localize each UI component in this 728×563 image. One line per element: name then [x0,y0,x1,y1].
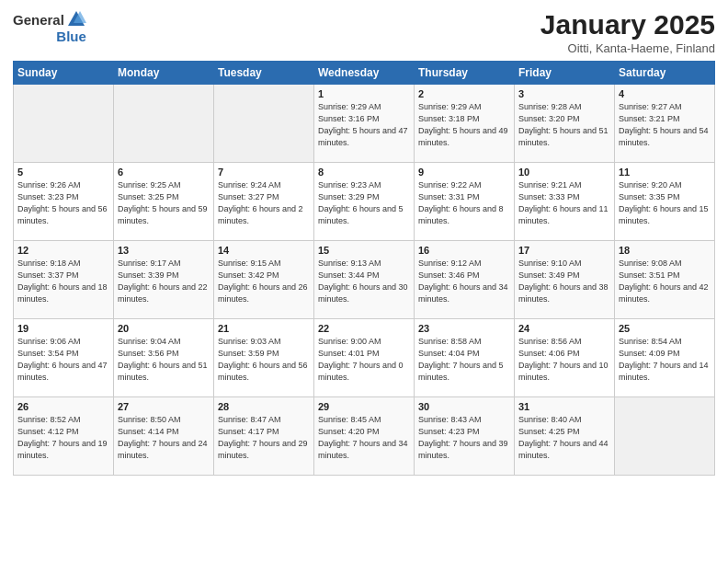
day-number: 30 [418,401,510,412]
calendar-cell: 12Sunrise: 9:18 AM Sunset: 3:37 PM Dayli… [14,241,114,319]
calendar-week-2: 5Sunrise: 9:26 AM Sunset: 3:23 PM Daylig… [14,163,715,241]
day-number: 24 [518,323,610,334]
day-number: 28 [218,401,310,412]
calendar-cell: 17Sunrise: 9:10 AM Sunset: 3:49 PM Dayli… [515,241,615,319]
day-info: Sunrise: 9:12 AM Sunset: 3:46 PM Dayligh… [418,258,510,305]
day-info: Sunrise: 9:13 AM Sunset: 3:44 PM Dayligh… [318,258,410,305]
header-wednesday: Wednesday [314,62,415,85]
calendar-cell: 24Sunrise: 8:56 AM Sunset: 4:06 PM Dayli… [515,319,615,397]
logo-general: General [13,13,64,27]
header-friday: Friday [515,62,615,85]
day-number: 21 [218,323,310,334]
day-number: 11 [619,167,711,178]
day-number: 25 [619,323,711,334]
calendar-cell: 18Sunrise: 9:08 AM Sunset: 3:51 PM Dayli… [615,241,715,319]
day-info: Sunrise: 9:17 AM Sunset: 3:39 PM Dayligh… [118,258,210,305]
weekday-header-row: Sunday Monday Tuesday Wednesday Thursday… [14,62,715,85]
logo: General Blue [13,9,86,43]
calendar-cell: 3Sunrise: 9:28 AM Sunset: 3:20 PM Daylig… [515,85,615,163]
header-thursday: Thursday [415,62,515,85]
calendar-cell: 1Sunrise: 9:29 AM Sunset: 3:16 PM Daylig… [314,85,415,163]
calendar-cell: 15Sunrise: 9:13 AM Sunset: 3:44 PM Dayli… [314,241,415,319]
day-number: 16 [418,245,510,256]
day-number: 5 [17,167,109,178]
day-number: 31 [518,401,610,412]
calendar-cell: 21Sunrise: 9:03 AM Sunset: 3:59 PM Dayli… [214,319,314,397]
day-info: Sunrise: 9:04 AM Sunset: 3:56 PM Dayligh… [118,336,210,384]
calendar-cell: 4Sunrise: 9:27 AM Sunset: 3:21 PM Daylig… [615,85,715,163]
day-number: 6 [118,167,210,178]
calendar-subtitle: Oitti, Kanta-Haeme, Finland [540,41,715,55]
day-info: Sunrise: 8:40 AM Sunset: 4:25 PM Dayligh… [518,414,610,462]
day-info: Sunrise: 9:18 AM Sunset: 3:37 PM Dayligh… [17,258,109,305]
calendar-cell: 20Sunrise: 9:04 AM Sunset: 3:56 PM Dayli… [114,319,214,397]
day-info: Sunrise: 8:54 AM Sunset: 4:09 PM Dayligh… [619,336,711,384]
day-number: 27 [118,401,210,412]
day-number: 8 [318,167,410,178]
day-info: Sunrise: 9:27 AM Sunset: 3:21 PM Dayligh… [619,101,711,149]
day-info: Sunrise: 9:22 AM Sunset: 3:31 PM Dayligh… [418,179,510,227]
title-area: January 2025 Oitti, Kanta-Haeme, Finland [540,9,715,55]
calendar-cell: 5Sunrise: 9:26 AM Sunset: 3:23 PM Daylig… [14,163,114,241]
logo-blue: Blue [56,29,86,43]
day-info: Sunrise: 9:29 AM Sunset: 3:18 PM Dayligh… [418,101,510,149]
calendar-cell: 2Sunrise: 9:29 AM Sunset: 3:18 PM Daylig… [415,85,515,163]
day-number: 9 [418,167,510,178]
calendar-cell: 6Sunrise: 9:25 AM Sunset: 3:25 PM Daylig… [114,163,214,241]
day-info: Sunrise: 9:24 AM Sunset: 3:27 PM Dayligh… [218,179,310,227]
calendar-cell [114,85,214,163]
day-number: 26 [17,401,109,412]
day-info: Sunrise: 8:58 AM Sunset: 4:04 PM Dayligh… [418,336,510,384]
calendar-cell: 9Sunrise: 9:22 AM Sunset: 3:31 PM Daylig… [415,163,515,241]
calendar-title: January 2025 [540,9,715,40]
calendar-cell: 28Sunrise: 8:47 AM Sunset: 4:17 PM Dayli… [214,397,314,476]
calendar-cell: 13Sunrise: 9:17 AM Sunset: 3:39 PM Dayli… [114,241,214,319]
day-number: 29 [318,401,410,412]
day-info: Sunrise: 9:08 AM Sunset: 3:51 PM Dayligh… [619,258,711,305]
day-number: 3 [518,88,610,99]
calendar-cell: 31Sunrise: 8:40 AM Sunset: 4:25 PM Dayli… [515,397,615,476]
calendar-cell: 7Sunrise: 9:24 AM Sunset: 3:27 PM Daylig… [214,163,314,241]
calendar-cell: 11Sunrise: 9:20 AM Sunset: 3:35 PM Dayli… [615,163,715,241]
calendar-cell: 29Sunrise: 8:45 AM Sunset: 4:20 PM Dayli… [314,397,415,476]
day-info: Sunrise: 9:00 AM Sunset: 4:01 PM Dayligh… [318,336,410,384]
calendar-table: Sunday Monday Tuesday Wednesday Thursday… [13,61,715,476]
calendar-cell: 10Sunrise: 9:21 AM Sunset: 3:33 PM Dayli… [515,163,615,241]
calendar-week-1: 1Sunrise: 9:29 AM Sunset: 3:16 PM Daylig… [14,85,715,163]
day-info: Sunrise: 8:52 AM Sunset: 4:12 PM Dayligh… [17,414,109,462]
day-info: Sunrise: 8:47 AM Sunset: 4:17 PM Dayligh… [218,414,310,462]
day-number: 10 [518,167,610,178]
calendar-cell: 16Sunrise: 9:12 AM Sunset: 3:46 PM Dayli… [415,241,515,319]
day-info: Sunrise: 9:23 AM Sunset: 3:29 PM Dayligh… [318,179,410,227]
day-info: Sunrise: 9:06 AM Sunset: 3:54 PM Dayligh… [17,336,109,384]
logo-icon [66,9,86,29]
day-info: Sunrise: 8:43 AM Sunset: 4:23 PM Dayligh… [418,414,510,462]
day-number: 19 [17,323,109,334]
day-number: 12 [17,245,109,256]
calendar-cell: 25Sunrise: 8:54 AM Sunset: 4:09 PM Dayli… [615,319,715,397]
calendar-week-4: 19Sunrise: 9:06 AM Sunset: 3:54 PM Dayli… [14,319,715,397]
page: General Blue January 2025 Oitti, Kanta-H… [0,0,728,563]
calendar-week-3: 12Sunrise: 9:18 AM Sunset: 3:37 PM Dayli… [14,241,715,319]
day-info: Sunrise: 9:25 AM Sunset: 3:25 PM Dayligh… [118,179,210,227]
calendar-cell: 19Sunrise: 9:06 AM Sunset: 3:54 PM Dayli… [14,319,114,397]
header: General Blue January 2025 Oitti, Kanta-H… [13,9,715,55]
day-number: 13 [118,245,210,256]
day-info: Sunrise: 9:20 AM Sunset: 3:35 PM Dayligh… [619,179,711,227]
calendar-cell: 26Sunrise: 8:52 AM Sunset: 4:12 PM Dayli… [14,397,114,476]
day-info: Sunrise: 9:21 AM Sunset: 3:33 PM Dayligh… [518,179,610,227]
day-number: 14 [218,245,310,256]
day-info: Sunrise: 9:10 AM Sunset: 3:49 PM Dayligh… [518,258,610,305]
day-number: 15 [318,245,410,256]
day-info: Sunrise: 9:26 AM Sunset: 3:23 PM Dayligh… [17,179,109,227]
calendar-cell: 27Sunrise: 8:50 AM Sunset: 4:14 PM Dayli… [114,397,214,476]
calendar-cell [14,85,114,163]
calendar-cell: 23Sunrise: 8:58 AM Sunset: 4:04 PM Dayli… [415,319,515,397]
day-info: Sunrise: 8:45 AM Sunset: 4:20 PM Dayligh… [318,414,410,462]
day-number: 4 [619,88,711,99]
day-info: Sunrise: 9:03 AM Sunset: 3:59 PM Dayligh… [218,336,310,384]
calendar-cell [615,397,715,476]
header-monday: Monday [114,62,214,85]
day-number: 18 [619,245,711,256]
header-tuesday: Tuesday [214,62,314,85]
